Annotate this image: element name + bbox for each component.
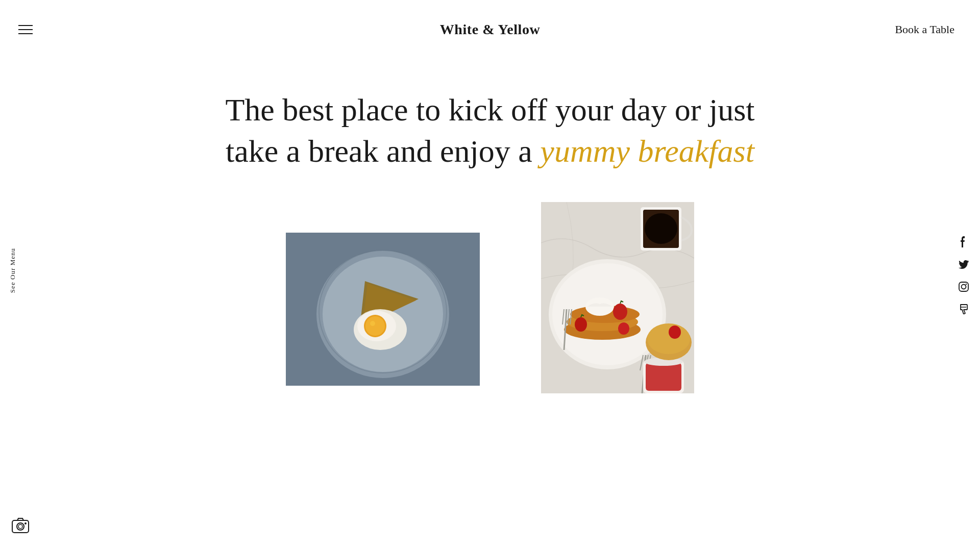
hamburger-line-3 bbox=[18, 33, 33, 34]
book-table-link[interactable]: Book a Table bbox=[895, 23, 954, 36]
foursquare-icon[interactable] bbox=[958, 303, 970, 315]
svg-point-23 bbox=[575, 317, 587, 332]
svg-point-37 bbox=[647, 323, 690, 354]
svg-point-24 bbox=[618, 322, 629, 335]
hero-section: The best place to kick off your day or j… bbox=[0, 59, 980, 197]
see-menu-link[interactable]: See Our Menu bbox=[9, 248, 17, 293]
main-content: The best place to kick off your day or j… bbox=[0, 0, 980, 551]
svg-point-15 bbox=[645, 213, 677, 244]
svg-rect-39 bbox=[12, 520, 29, 533]
left-sidebar: See Our Menu bbox=[0, 238, 26, 313]
hamburger-menu-button[interactable] bbox=[18, 25, 33, 34]
svg-point-9 bbox=[370, 321, 375, 326]
svg-point-42 bbox=[24, 522, 27, 524]
svg-point-41 bbox=[18, 524, 22, 529]
hamburger-line-2 bbox=[18, 29, 33, 30]
headline-part2: take a break and enjoy a bbox=[226, 134, 540, 168]
svg-point-40 bbox=[17, 523, 24, 530]
site-header: White & Yellow Book a Table bbox=[0, 0, 980, 59]
right-social-sidebar bbox=[958, 236, 970, 315]
svg-point-8 bbox=[365, 316, 385, 336]
food-images-section bbox=[0, 202, 980, 393]
svg-point-45 bbox=[966, 284, 967, 285]
instagram-icon[interactable] bbox=[958, 281, 970, 293]
site-title: White & Yellow bbox=[440, 21, 541, 38]
food-image-right bbox=[541, 202, 694, 393]
headline-part1: The best place to kick off your day or j… bbox=[225, 92, 754, 127]
svg-point-44 bbox=[962, 285, 966, 289]
hamburger-line-1 bbox=[18, 25, 33, 26]
facebook-icon[interactable] bbox=[958, 236, 970, 248]
svg-rect-43 bbox=[959, 282, 968, 291]
food-image-left bbox=[286, 233, 480, 386]
hero-headline: The best place to kick off your day or j… bbox=[102, 89, 878, 171]
camera-icon[interactable] bbox=[10, 515, 31, 536]
headline-highlight: yummy breakfast bbox=[540, 134, 754, 168]
svg-point-38 bbox=[669, 325, 681, 339]
twitter-icon[interactable] bbox=[958, 258, 970, 270]
svg-rect-34 bbox=[646, 363, 681, 391]
svg-point-22 bbox=[613, 304, 627, 320]
